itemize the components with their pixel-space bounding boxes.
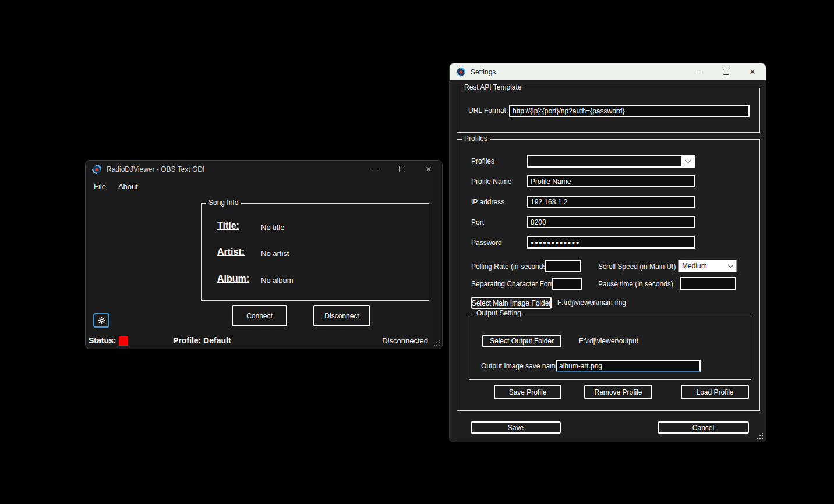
album-label: Album:	[217, 274, 249, 284]
minimize-icon	[696, 72, 702, 72]
rest-api-group-label: Rest API Template	[462, 83, 524, 92]
minimize-icon	[372, 169, 378, 169]
album-value: No album	[261, 276, 294, 285]
song-info-group-label: Song Info	[206, 198, 241, 207]
password-label: Password	[471, 237, 502, 249]
close-button[interactable]: ✕	[739, 63, 766, 80]
profiles-dropdown-value	[528, 156, 681, 166]
scroll-speed-value: Medium	[679, 262, 725, 270]
minimize-button[interactable]	[362, 161, 388, 178]
profile-name-input[interactable]	[527, 175, 695, 187]
maximize-icon	[399, 166, 405, 172]
radiodjviewer-window: RadioDJViewer - OBS Text GDI ✕ File Abou…	[85, 160, 443, 349]
status-indicator	[119, 336, 128, 346]
output-setting-group: Output Setting Select Output Folder F:\r…	[469, 314, 751, 380]
chevron-down-icon	[681, 156, 694, 166]
title-label: Title:	[217, 221, 239, 231]
ip-address-label: IP address	[471, 196, 504, 208]
viewer-titlebar[interactable]: RadioDJViewer - OBS Text GDI ✕	[86, 161, 442, 178]
main-image-folder-path: F:\rdj\viewer\main-img	[557, 297, 626, 309]
separating-format-input[interactable]	[552, 278, 582, 290]
profiles-group: Profiles Profiles Profile Name IP addres…	[457, 139, 760, 411]
app-icon	[92, 165, 101, 174]
status-label: Status:	[89, 336, 116, 345]
artist-value: No artist	[261, 249, 289, 258]
menu-about[interactable]: About	[112, 181, 144, 193]
url-format-input[interactable]	[509, 105, 750, 117]
save-profile-button[interactable]: Save Profile	[494, 385, 561, 399]
app-icon	[456, 68, 465, 77]
separating-format-label: Separating Character Format	[471, 278, 561, 290]
output-image-name-input[interactable]	[556, 360, 701, 372]
scroll-speed-dropdown[interactable]: Medium	[678, 260, 737, 272]
ip-address-input[interactable]	[527, 196, 695, 208]
port-label: Port	[471, 216, 484, 228]
menu-bar: File About	[86, 178, 442, 194]
resize-grip[interactable]	[433, 339, 440, 346]
polling-rate-label: Polling Rate (in seconds)	[471, 261, 549, 272]
load-profile-button[interactable]: Load Profile	[681, 385, 749, 399]
connection-status: Disconnected	[382, 336, 428, 345]
title-value: No title	[261, 223, 284, 232]
gear-icon	[97, 316, 106, 325]
close-icon: ✕	[750, 68, 756, 76]
profiles-label: Profiles	[471, 155, 494, 167]
select-output-folder-button[interactable]: Select Output Folder	[482, 335, 561, 347]
status-bar: Status: Profile: Default Disconnected	[86, 335, 442, 349]
maximize-button[interactable]	[712, 63, 739, 80]
profile-label: Profile: Default	[173, 336, 231, 345]
connect-button[interactable]: Connect	[232, 305, 287, 326]
chevron-down-icon	[725, 265, 736, 267]
output-image-name-label: Output Image save name	[481, 360, 560, 372]
pause-time-input[interactable]	[680, 277, 736, 290]
profiles-group-label: Profiles	[462, 134, 490, 143]
settings-window-title: Settings	[471, 68, 685, 76]
close-icon: ✕	[426, 165, 432, 173]
maximize-icon	[723, 69, 729, 75]
pause-time-label: Pause time (in seconds)	[598, 278, 673, 290]
select-main-image-folder-button[interactable]: Select Main Image Folder	[471, 297, 552, 309]
url-format-label: URL Format:	[468, 105, 508, 116]
viewer-window-title: RadioDJViewer - OBS Text GDI	[107, 165, 362, 173]
rest-api-group: Rest API Template URL Format:	[457, 88, 760, 133]
profile-name-label: Profile Name	[471, 176, 511, 187]
settings-window: Settings ✕ Rest API Template URL Format:…	[449, 63, 766, 442]
resize-grip[interactable]	[757, 432, 764, 439]
artist-label: Artist:	[217, 247, 245, 257]
cancel-button[interactable]: Cancel	[658, 421, 749, 434]
close-button[interactable]: ✕	[415, 161, 442, 178]
song-info-group: Song Info Title: No title Artist: No art…	[201, 203, 429, 301]
disconnect-button[interactable]: Disconnect	[313, 305, 370, 326]
output-setting-group-label: Output Setting	[474, 309, 524, 318]
minimize-button[interactable]	[685, 63, 712, 80]
polling-rate-input[interactable]	[545, 260, 581, 272]
scroll-speed-label: Scroll Speed (in Main UI)	[598, 261, 676, 272]
password-input[interactable]	[527, 236, 695, 249]
profiles-dropdown[interactable]	[527, 155, 695, 168]
remove-profile-button[interactable]: Remove Profile	[584, 385, 652, 399]
menu-file[interactable]: File	[90, 181, 112, 193]
maximize-button[interactable]	[388, 161, 415, 178]
settings-titlebar[interactable]: Settings ✕	[450, 63, 766, 80]
settings-button[interactable]	[93, 313, 109, 328]
save-button[interactable]: Save	[471, 421, 561, 434]
output-folder-path: F:\rdj\viewer\output	[579, 335, 638, 347]
port-input[interactable]	[527, 216, 695, 228]
